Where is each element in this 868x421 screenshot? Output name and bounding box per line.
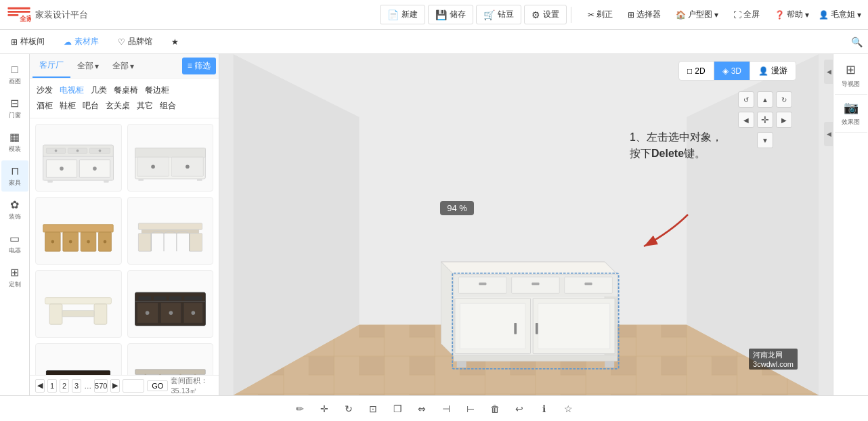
svg-rect-90 — [514, 323, 517, 334]
guide-view-button[interactable]: ⊞ 导视图 — [835, 57, 867, 95]
nav-down-button[interactable]: ▼ — [757, 132, 773, 148]
sidebar-item-favorites[interactable]: ★ — [166, 35, 184, 49]
product-item[interactable] — [127, 270, 214, 338]
cat-tab-all2[interactable]: 全部 ▾ — [106, 55, 141, 77]
svg-rect-58 — [169, 296, 181, 301]
page-3-button[interactable]: 3 — [72, 379, 81, 393]
sub-cat-shoe[interactable]: 鞋柜 — [58, 99, 77, 112]
trim-button[interactable]: ✂ 剃正 — [582, 6, 618, 23]
page-1-button[interactable]: 1 — [47, 379, 57, 393]
align-left-tool-button[interactable]: ⊣ — [437, 399, 456, 418]
sub-cat-wine[interactable]: 酒柜 — [35, 99, 54, 112]
nav-center-button[interactable]: ✛ — [757, 112, 773, 128]
floorplan-button[interactable]: 🏠 户型图 ▾ — [670, 6, 724, 23]
page-next-button[interactable]: ▶ — [110, 379, 120, 393]
logo-icon: 全家 — [7, 5, 31, 25]
svg-rect-57 — [154, 296, 167, 301]
nav-collapse-button[interactable]: ◀ — [824, 60, 833, 84]
settings-button[interactable]: ⚙ 设置 — [524, 5, 567, 24]
sidebar-item-appliance[interactable]: ▭ 电器 — [1, 228, 28, 259]
sub-cat-hall-table[interactable]: 玄关桌 — [104, 99, 131, 112]
svg-rect-93 — [536, 323, 538, 334]
sidebar-item-custom[interactable]: ⊞ 定制 — [1, 262, 28, 293]
sub-cat-bar[interactable]: 吧台 — [81, 99, 100, 112]
sidebar-item-modelling[interactable]: ▦ 模装 — [1, 127, 28, 158]
view-2d-button[interactable]: □ 2D — [679, 62, 714, 80]
draw-tool-button[interactable]: ✏ — [290, 399, 309, 418]
fullscreen-icon: ⛶ — [733, 10, 741, 20]
favorite-tool-button[interactable]: ☆ — [559, 399, 578, 418]
info-tool-button[interactable]: ℹ — [534, 399, 553, 418]
sidebar-item-materials[interactable]: ☁ 素材库 — [58, 33, 104, 50]
svg-rect-87 — [584, 283, 592, 286]
page-prev-button[interactable]: ◀ — [35, 379, 45, 393]
align-right-tool-button[interactable]: ⊢ — [461, 399, 480, 418]
product-item[interactable] — [35, 124, 122, 192]
page-jump-input[interactable] — [123, 379, 144, 393]
mirror-tool-button[interactable]: ⇔ — [412, 399, 431, 418]
view-3d-button[interactable]: ◈ 3D — [714, 62, 750, 80]
selector-button[interactable]: ⊞ 选择器 — [622, 6, 666, 23]
product-image — [40, 274, 116, 334]
page-last-button[interactable]: 570 — [94, 379, 108, 393]
sidebar-item-decor[interactable]: ✿ 装饰 — [1, 194, 28, 225]
effect-view-button[interactable]: 📷 效果图 — [835, 95, 867, 133]
rotate-right-button[interactable]: ↻ — [776, 91, 792, 108]
user-icon: 👤 — [819, 10, 829, 20]
sub-cat-sideboard[interactable]: 餐边柜 — [144, 84, 171, 97]
view-roam-button[interactable]: 👤 漫游 — [750, 62, 796, 80]
undo-tool-button[interactable]: ↩ — [510, 399, 529, 418]
copy-tool-button[interactable]: ❐ — [388, 399, 407, 418]
effect-collapse-button[interactable]: ◀ — [824, 122, 833, 146]
cat-tab-living[interactable]: 客厅厂 — [32, 54, 70, 78]
rotate-left-button[interactable]: ↺ — [738, 91, 754, 108]
roam-icon: 👤 — [758, 66, 768, 76]
product-item[interactable] — [35, 197, 122, 265]
svg-rect-36 — [138, 223, 202, 229]
save-button[interactable]: 💾 储存 — [428, 5, 473, 24]
user-button[interactable]: 👤 毛意姐 ▾ — [819, 9, 861, 20]
delete-tool-button[interactable]: 🗑 — [485, 399, 504, 418]
resize-tool-button[interactable]: ⊡ — [364, 399, 383, 418]
product-item[interactable] — [35, 270, 122, 338]
logo-text: 家装设计平台 — [35, 9, 88, 21]
nav-up-button[interactable]: ▲ — [757, 91, 773, 108]
view-mode-buttons: □ 2D ◈ 3D 👤 漫游 — [678, 61, 796, 81]
cart-button[interactable]: 🛒 钻豆 — [476, 5, 521, 24]
product-item[interactable] — [127, 343, 214, 375]
sub-cat-dining[interactable]: 餐桌椅 — [112, 84, 139, 97]
sub-cat-sofa[interactable]: 沙发 — [35, 84, 54, 97]
sub-cat-tv-cabinet[interactable]: 电视柜 — [58, 84, 85, 97]
right-side-panel: ◀ ⊞ 导视图 ◀ 📷 效果图 — [833, 54, 868, 395]
svg-point-10 — [93, 167, 97, 171]
effect-view-icon: 📷 — [844, 100, 859, 115]
sub-cat-combo[interactable]: 组合 — [158, 99, 177, 112]
sidebar-item-draw[interactable]: □ 画图 — [1, 60, 28, 90]
sidebar-item-furniture[interactable]: ⊓ 家具 — [1, 160, 28, 192]
search-button[interactable]: 🔍 — [851, 37, 863, 47]
svg-point-33 — [69, 240, 72, 244]
new-button[interactable]: 📄 新建 — [380, 5, 425, 24]
bottom-toolbar: ✏ ✛ ↻ ⊡ ❐ ⇔ ⊣ ⊢ 🗑 ↩ ℹ ☆ — [0, 395, 868, 421]
svg-marker-77 — [441, 262, 617, 275]
product-item[interactable] — [127, 197, 214, 265]
sub-cat-table[interactable]: 几类 — [89, 84, 108, 97]
nav-right-button[interactable]: ▶ — [776, 112, 792, 128]
move-tool-button[interactable]: ✛ — [315, 399, 334, 418]
product-item[interactable] — [127, 124, 214, 192]
filter-button[interactable]: ≡ 筛选 — [182, 58, 216, 74]
product-item[interactable] — [35, 343, 122, 375]
sub-cat-row-2: 酒柜 鞋柜 吧台 玄关桌 其它 组合 — [35, 99, 213, 112]
rotate-tool-button[interactable]: ↻ — [339, 399, 358, 418]
nav-left-button[interactable]: ◀ — [738, 112, 754, 128]
page-go-button[interactable]: GO — [147, 380, 168, 391]
svg-point-54 — [169, 311, 173, 315]
sidebar-item-door-window[interactable]: ⊟ 门窗 — [1, 93, 28, 124]
sidebar-item-sample[interactable]: ⊞ 样板间 — [5, 33, 50, 50]
page-2-button[interactable]: 2 — [60, 379, 69, 393]
sub-cat-other[interactable]: 其它 — [135, 99, 154, 112]
cat-tab-all1[interactable]: 全部 ▾ — [70, 55, 106, 77]
fullscreen-button[interactable]: ⛶ 全屏 — [728, 6, 765, 23]
sidebar-item-brands[interactable]: ♡ 品牌馆 — [112, 33, 158, 50]
help-button[interactable]: ❓ 帮助 ▾ — [769, 6, 815, 23]
